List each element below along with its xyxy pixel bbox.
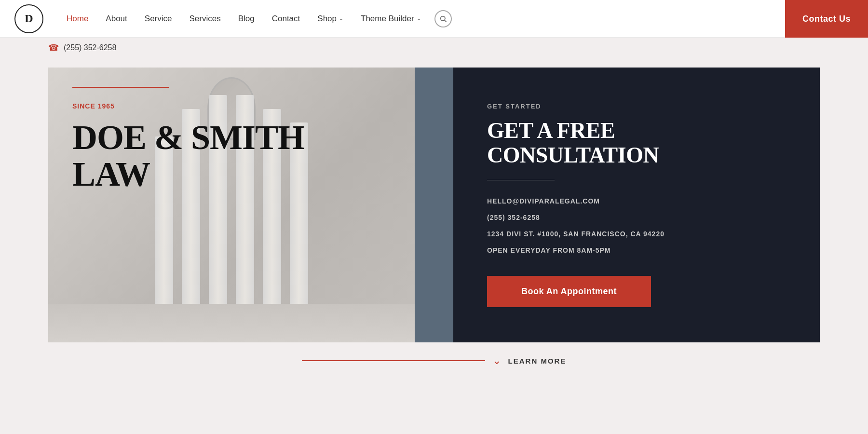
learn-more-bar: ⌄ LEARN MORE bbox=[0, 342, 868, 372]
phone-icon: ☎ bbox=[48, 42, 59, 53]
hours-info: OPEN EVERYDAY FROM 8AM-5PM bbox=[487, 246, 791, 254]
learn-more-line bbox=[302, 360, 485, 361]
nav-service[interactable]: Service bbox=[136, 14, 181, 24]
nav-blog[interactable]: Blog bbox=[230, 14, 263, 24]
address-info: 1234 DIVI ST. #1000, SAN FRANCISCO, CA 9… bbox=[487, 230, 791, 238]
nav-home[interactable]: Home bbox=[58, 14, 97, 24]
dark-panel: GET STARTED GET A FREE CONSULTATION HELL… bbox=[453, 68, 820, 342]
search-button[interactable] bbox=[434, 10, 452, 27]
slate-strip bbox=[415, 68, 453, 342]
learn-more-chevron-icon: ⌄ bbox=[492, 354, 501, 367]
nav-contact[interactable]: Contact bbox=[263, 14, 309, 24]
svg-line-1 bbox=[445, 20, 447, 22]
since-label: SINCE 1965 bbox=[72, 102, 391, 110]
firm-name: DOE & SMITH LAW bbox=[72, 120, 391, 192]
phone-number: (255) 352-6258 bbox=[64, 43, 116, 52]
nav-services[interactable]: Services bbox=[180, 14, 229, 24]
main-content: SINCE 1965 DOE & SMITH LAW GET STARTED G… bbox=[48, 68, 820, 342]
contact-info: HELLO@DIVIPARALEGAL.COM (255) 352-6258 1… bbox=[487, 197, 791, 254]
hero-text: SINCE 1965 DOE & SMITH LAW bbox=[48, 68, 415, 342]
hero-panel: SINCE 1965 DOE & SMITH LAW bbox=[48, 68, 415, 342]
consultation-title: GET A FREE CONSULTATION bbox=[487, 119, 791, 167]
contact-us-button[interactable]: Contact Us bbox=[785, 0, 868, 38]
main-nav: Home About Service Services Blog Contact… bbox=[58, 10, 854, 27]
nav-shop[interactable]: Shop ⌄ bbox=[309, 14, 352, 24]
consultation-panel: GET STARTED GET A FREE CONSULTATION HELL… bbox=[415, 68, 820, 342]
theme-builder-chevron-icon: ⌄ bbox=[417, 15, 421, 22]
get-started-label: GET STARTED bbox=[487, 103, 791, 110]
svg-point-0 bbox=[440, 16, 445, 20]
nav-theme-builder[interactable]: Theme Builder ⌄ bbox=[352, 14, 430, 24]
header: D Home About Service Services Blog Conta… bbox=[0, 0, 868, 38]
book-appointment-button[interactable]: Book An Appointment bbox=[487, 276, 651, 307]
red-line-decoration bbox=[72, 87, 169, 88]
shop-chevron-icon: ⌄ bbox=[339, 15, 343, 22]
search-icon bbox=[439, 15, 447, 23]
phone-info: (255) 352-6258 bbox=[487, 214, 791, 221]
phone-bar: ☎ (255) 352-6258 bbox=[0, 38, 868, 58]
learn-more-label[interactable]: LEARN MORE bbox=[508, 357, 567, 365]
nav-about[interactable]: About bbox=[97, 14, 136, 24]
white-divider-decoration bbox=[487, 180, 555, 180]
logo[interactable]: D bbox=[14, 4, 43, 33]
email-info: HELLO@DIVIPARALEGAL.COM bbox=[487, 197, 791, 205]
